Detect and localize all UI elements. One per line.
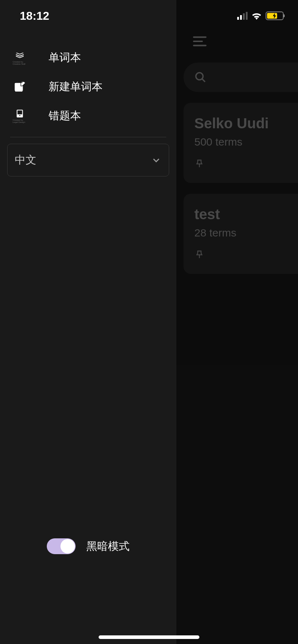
sidebar-drawer: Created by Creative Stall 单词本 新建单词本 Crea… [0,0,176,644]
sidebar-item-new-wordbook[interactable]: 新建单词本 [0,72,176,101]
hamburger-icon[interactable] [193,36,207,47]
dark-mode-toggle[interactable] [47,538,76,554]
language-value: 中文 [15,153,36,167]
menu-label: 单词本 [49,50,81,65]
svg-rect-2 [18,110,22,114]
language-select[interactable]: 中文 [7,144,169,176]
wordbook-card[interactable]: Selko Uudi 500 terms [184,103,298,183]
wifi-icon [251,12,262,20]
search-bar[interactable] [184,63,298,92]
sidebar-item-mistakes[interactable]: Created by Legal Design 错题本 [0,101,176,130]
card-subtitle: 28 terms [194,227,298,239]
chevron-down-icon [151,155,162,166]
sidebar-item-wordbook[interactable]: Created by Creative Stall 单词本 [0,43,176,72]
notebook-icon: Created by Legal Design [13,109,27,123]
status-time: 18:12 [20,9,49,23]
status-bar: 18:12 [0,0,298,32]
card-subtitle: 500 terms [194,136,298,148]
search-icon [194,71,207,83]
divider [10,137,166,137]
books-icon: Created by Creative Stall [13,51,27,65]
edit-icon [13,80,27,94]
home-indicator[interactable] [99,635,199,639]
wordbook-card[interactable]: test 28 terms [184,194,298,274]
svg-line-7 [202,79,205,82]
pin-icon[interactable] [194,250,204,260]
card-title: Selko Uudi [194,115,298,132]
dark-mode-row: 黑暗模式 [0,538,176,554]
pin-icon[interactable] [194,159,204,169]
main-content: Selko Uudi 500 terms test 28 terms [176,0,298,644]
status-icons [237,12,284,20]
svg-point-6 [196,73,203,80]
card-title: test [194,206,298,222]
dark-mode-label: 黑暗模式 [86,539,130,554]
menu-label: 新建单词本 [49,79,103,94]
menu-label: 错题本 [49,109,81,123]
cellular-signal-icon [237,12,248,20]
battery-icon [266,12,284,20]
